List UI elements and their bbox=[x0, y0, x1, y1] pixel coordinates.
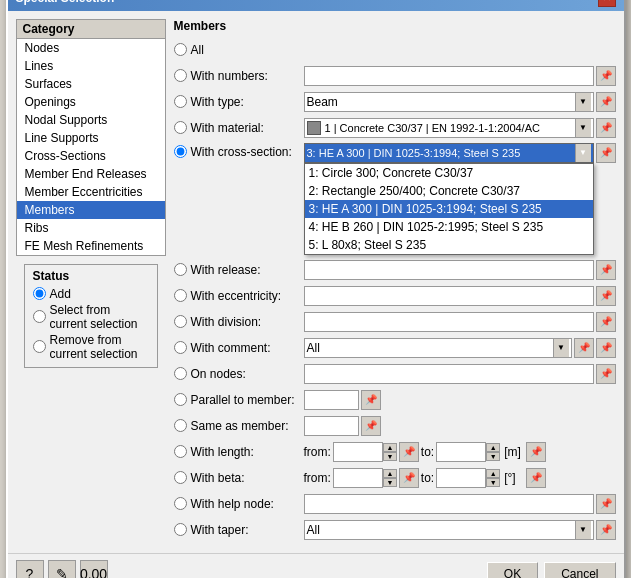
with-comment-arrow[interactable]: ▼ bbox=[553, 339, 569, 357]
beta-from-up[interactable]: ▲ bbox=[383, 469, 397, 478]
close-button[interactable]: ✕ bbox=[598, 0, 616, 7]
status-remove-row: Remove from current selection bbox=[33, 333, 149, 361]
on-nodes-input[interactable] bbox=[304, 364, 594, 384]
with-help-node-input[interactable] bbox=[304, 494, 594, 514]
length-to-down[interactable]: ▼ bbox=[486, 452, 500, 461]
sidebar-item-member-eccentricities[interactable]: Member Eccentricities bbox=[17, 183, 165, 201]
length-from-up[interactable]: ▲ bbox=[383, 443, 397, 452]
with-taper-pin[interactable]: 📌 bbox=[596, 520, 616, 540]
reset-button[interactable]: 0.00 bbox=[80, 560, 108, 579]
sidebar-item-member-end-releases[interactable]: Member End Releases bbox=[17, 165, 165, 183]
with-length-radio[interactable] bbox=[174, 445, 187, 458]
beta-from-down[interactable]: ▼ bbox=[383, 478, 397, 487]
with-comment-header[interactable]: All ▼ bbox=[304, 338, 572, 358]
parallel-to-member-input[interactable]: 0 bbox=[304, 390, 359, 410]
with-length-from-pin[interactable]: 📌 bbox=[399, 442, 419, 462]
with-division-pin[interactable]: 📌 bbox=[596, 312, 616, 332]
with-type-dropdown[interactable]: Beam ▼ bbox=[304, 92, 594, 112]
with-cross-section-arrow[interactable]: ▼ bbox=[575, 144, 591, 162]
sidebar-item-ribs[interactable]: Ribs bbox=[17, 219, 165, 237]
beta-to-up[interactable]: ▲ bbox=[486, 469, 500, 478]
sidebar: Category Nodes Lines Surfaces Openings N… bbox=[16, 19, 166, 545]
with-material-dropdown[interactable]: 1 | Concrete C30/37 | EN 1992-1-1:2004/A… bbox=[304, 118, 594, 138]
with-comment-pin-2[interactable]: 📌 bbox=[596, 338, 616, 358]
with-beta-radio[interactable] bbox=[174, 471, 187, 484]
with-material-pin[interactable]: 📌 bbox=[596, 118, 616, 138]
beta-to-down[interactable]: ▼ bbox=[486, 478, 500, 487]
all-radio[interactable] bbox=[174, 43, 187, 56]
parallel-to-member-pin[interactable]: 📌 bbox=[361, 390, 381, 410]
with-release-radio[interactable] bbox=[174, 263, 187, 276]
sidebar-item-lines[interactable]: Lines bbox=[17, 57, 165, 75]
with-length-to-pin[interactable]: 📌 bbox=[526, 442, 546, 462]
with-material-header[interactable]: 1 | Concrete C30/37 | EN 1992-1-1:2004/A… bbox=[304, 118, 594, 138]
with-type-arrow[interactable]: ▼ bbox=[575, 93, 591, 111]
with-help-node-pin[interactable]: 📌 bbox=[596, 494, 616, 514]
with-material-arrow[interactable]: ▼ bbox=[575, 119, 591, 137]
sidebar-item-members[interactable]: Members bbox=[17, 201, 165, 219]
same-as-member-input[interactable]: 0 bbox=[304, 416, 359, 436]
cross-section-option-4[interactable]: 4: HE B 260 | DIN 1025-2:1995; Steel S 2… bbox=[305, 218, 593, 236]
with-type-radio[interactable] bbox=[174, 95, 187, 108]
with-length-from-input[interactable]: 0.000 bbox=[333, 442, 383, 462]
with-help-node-radio[interactable] bbox=[174, 497, 187, 510]
length-from-down[interactable]: ▼ bbox=[383, 452, 397, 461]
length-to-up[interactable]: ▲ bbox=[486, 443, 500, 452]
sidebar-item-cross-sections[interactable]: Cross-Sections bbox=[17, 147, 165, 165]
with-cross-section-header[interactable]: 3: HE A 300 | DIN 1025-3:1994; Steel S 2… bbox=[304, 143, 594, 163]
with-comment-dropdown[interactable]: All ▼ bbox=[304, 338, 572, 358]
sidebar-item-fe-mesh[interactable]: FE Mesh Refinements bbox=[17, 237, 165, 255]
with-cross-section-pin[interactable]: 📌 bbox=[596, 143, 616, 163]
with-numbers-label-wrap: With numbers: bbox=[174, 69, 304, 83]
on-nodes-radio[interactable] bbox=[174, 367, 187, 380]
with-taper-radio[interactable] bbox=[174, 523, 187, 536]
with-comment-pin-1[interactable]: 📌 bbox=[574, 338, 594, 358]
with-eccentricity-radio[interactable] bbox=[174, 289, 187, 302]
cancel-button[interactable]: Cancel bbox=[544, 562, 615, 579]
with-beta-to-input[interactable]: 0.00 bbox=[436, 468, 486, 488]
sidebar-item-nodal-supports[interactable]: Nodal Supports bbox=[17, 111, 165, 129]
with-numbers-radio[interactable] bbox=[174, 69, 187, 82]
with-comment-radio[interactable] bbox=[174, 341, 187, 354]
with-release-input[interactable] bbox=[304, 260, 594, 280]
with-material-radio[interactable] bbox=[174, 121, 187, 134]
help-button[interactable]: ? bbox=[16, 560, 44, 579]
status-add-radio[interactable] bbox=[33, 287, 46, 300]
with-eccentricity-input[interactable] bbox=[304, 286, 594, 306]
cross-section-option-5[interactable]: 5: L 80x8; Steel S 235 bbox=[305, 236, 593, 254]
with-beta-from-pin[interactable]: 📌 bbox=[399, 468, 419, 488]
cross-section-option-3[interactable]: 3: HE A 300 | DIN 1025-3:1994; Steel S 2… bbox=[305, 200, 593, 218]
with-cross-section-dropdown[interactable]: 3: HE A 300 | DIN 1025-3:1994; Steel S 2… bbox=[304, 143, 594, 163]
with-release-pin[interactable]: 📌 bbox=[596, 260, 616, 280]
edit-button[interactable]: ✎ bbox=[48, 560, 76, 579]
cross-section-option-1[interactable]: 1: Circle 300; Concrete C30/37 bbox=[305, 164, 593, 182]
cross-section-option-2[interactable]: 2: Rectangle 250/400; Concrete C30/37 bbox=[305, 182, 593, 200]
with-beta-from-input[interactable]: 0.00 bbox=[333, 468, 383, 488]
with-type-pin[interactable]: 📌 bbox=[596, 92, 616, 112]
sidebar-item-nodes[interactable]: Nodes bbox=[17, 39, 165, 57]
with-division-radio[interactable] bbox=[174, 315, 187, 328]
with-eccentricity-pin[interactable]: 📌 bbox=[596, 286, 616, 306]
sidebar-item-openings[interactable]: Openings bbox=[17, 93, 165, 111]
status-remove-radio[interactable] bbox=[33, 340, 46, 353]
with-cross-section-radio[interactable] bbox=[174, 145, 187, 158]
same-as-member-pin[interactable]: 📌 bbox=[361, 416, 381, 436]
status-select-radio[interactable] bbox=[33, 310, 46, 323]
with-length-to-input[interactable]: 0.000 bbox=[436, 442, 486, 462]
with-taper-header[interactable]: All ▼ bbox=[304, 520, 594, 540]
parallel-to-member-row: Parallel to member: 0 📌 bbox=[174, 389, 616, 411]
with-taper-dropdown[interactable]: All ▼ bbox=[304, 520, 594, 540]
sidebar-item-surfaces[interactable]: Surfaces bbox=[17, 75, 165, 93]
with-taper-arrow[interactable]: ▼ bbox=[575, 521, 591, 539]
with-beta-to-pin[interactable]: 📌 bbox=[526, 468, 546, 488]
ok-button[interactable]: OK bbox=[487, 562, 538, 579]
sidebar-item-line-supports[interactable]: Line Supports bbox=[17, 129, 165, 147]
with-type-dropdown-header[interactable]: Beam ▼ bbox=[304, 92, 594, 112]
on-nodes-pin[interactable]: 📌 bbox=[596, 364, 616, 384]
with-numbers-input[interactable]: 4-12 bbox=[304, 66, 594, 86]
all-label: All bbox=[191, 43, 204, 57]
parallel-to-member-radio[interactable] bbox=[174, 393, 187, 406]
with-division-input[interactable] bbox=[304, 312, 594, 332]
same-as-member-radio[interactable] bbox=[174, 419, 187, 432]
with-numbers-pin[interactable]: 📌 bbox=[596, 66, 616, 86]
